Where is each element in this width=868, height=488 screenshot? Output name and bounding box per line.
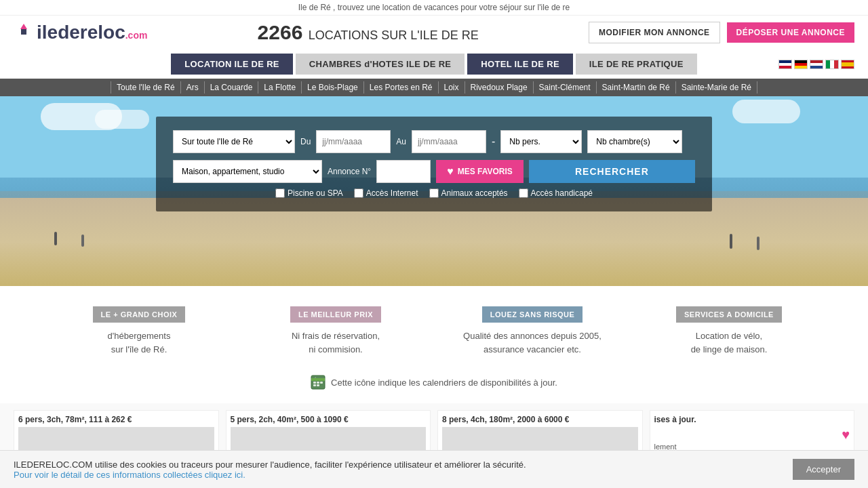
- feature-4: SERVICES A DOMICILE Location de vélo, de…: [631, 306, 827, 356]
- feature-1-badge: LE + GRAND CHOIX: [93, 306, 186, 323]
- feature-2: LE MEILLEUR PRIX Ni frais de réservation…: [237, 306, 434, 356]
- listing-2-title: 5 pers, 2ch, 40m², 500 à 1090 €: [231, 415, 427, 424]
- listing-4-title: ises à jour.: [654, 415, 850, 424]
- annonce-input[interactable]: [376, 160, 431, 183]
- subnav-portes[interactable]: Les Portes en Ré: [364, 81, 439, 94]
- favorite-heart-icon[interactable]: ♥: [842, 427, 850, 442]
- feature-2-text: Ni frais de réservation, ni commision.: [251, 329, 420, 356]
- modifier-button[interactable]: MODIFIER MON ANNONCE: [589, 22, 720, 43]
- date-from-label: Du: [300, 137, 311, 146]
- nav-hotel[interactable]: HOTEL ILE DE RE: [467, 54, 573, 75]
- logo-text: iledereloc.com: [37, 22, 147, 43]
- svg-rect-3: [311, 378, 325, 381]
- search-overlay: Sur toute l'Ile de Ré Du Au - Nb pers. N…: [156, 117, 712, 211]
- svg-rect-5: [317, 382, 319, 384]
- svg-text:✓: ✓: [315, 376, 317, 379]
- subnav-couarde[interactable]: La Couarde: [205, 81, 259, 94]
- commune-select[interactable]: Sur toute l'Ile de Ré: [173, 130, 295, 153]
- feature-1: LE + GRAND CHOIX d'hébergements sur l'îl…: [41, 306, 237, 356]
- subnav-saintclement[interactable]: Saint-Clément: [534, 81, 597, 94]
- cloud-2: [95, 110, 149, 129]
- feature-3: LOUEZ SANS RISQUE Qualité des annonces d…: [434, 306, 631, 356]
- favoris-label: MES FAVORIS: [458, 167, 513, 176]
- type-select[interactable]: Maison, appartement, studio: [173, 160, 322, 183]
- date-from-input[interactable]: [316, 130, 391, 153]
- cookie-bar: ILEDERELOC.COM utilise des cookies ou tr…: [0, 450, 868, 488]
- rooms-select[interactable]: Nb chambre(s): [587, 130, 682, 153]
- svg-rect-1: [21, 29, 26, 35]
- date-separator: -: [492, 136, 495, 148]
- calendar-notice-text: Cette icône indique les calendriers de d…: [331, 378, 557, 388]
- listing-1-title: 6 pers, 3ch, 78m², 111 à 262 €: [18, 415, 214, 424]
- subnav-boisplage[interactable]: Le Bois-Plage: [302, 81, 364, 94]
- feature-2-badge: LE MEILLEUR PRIX: [290, 306, 381, 323]
- checkbox-internet-label[interactable]: Accès Internet: [354, 188, 418, 198]
- listing-3-title: 8 pers, 4ch, 180m², 2000 à 6000 €: [442, 415, 638, 424]
- sub-nav: Toute l'Ile de Ré Ars La Couarde La Flot…: [0, 79, 868, 96]
- persons-select[interactable]: Nb pers.: [500, 130, 582, 153]
- checkbox-handicap[interactable]: [519, 188, 528, 198]
- flag-uk[interactable]: [778, 60, 792, 69]
- subnav-saintmartin[interactable]: Saint-Martin de Ré: [597, 81, 676, 94]
- heart-icon: ♥: [447, 165, 454, 178]
- rechercher-button[interactable]: RECHERCHER: [529, 160, 695, 183]
- person-2: [81, 235, 84, 247]
- subnav-saintemarie[interactable]: Sainte-Marie de Ré: [676, 81, 757, 94]
- svg-marker-0: [20, 24, 27, 29]
- flag-it[interactable]: [825, 60, 839, 69]
- annonce-label: Annonce N°: [328, 167, 371, 176]
- flag-es[interactable]: [841, 60, 854, 69]
- logo[interactable]: iledereloc.com: [14, 22, 147, 43]
- calendar-icon: ✓: [311, 375, 326, 390]
- checkbox-animaux[interactable]: [429, 188, 439, 198]
- nav-pratique[interactable]: ILE DE RE PRATIQUE: [576, 54, 697, 75]
- hero-section: Sur toute l'Ile de Ré Du Au - Nb pers. N…: [0, 96, 868, 286]
- header-count: 2266 LOCATIONS SUR L'ILE DE RE: [258, 21, 479, 44]
- accepter-button[interactable]: Accepter: [793, 459, 854, 480]
- header: iledereloc.com 2266 LOCATIONS SUR L'ILE …: [0, 16, 868, 49]
- checkbox-piscine[interactable]: [275, 188, 285, 198]
- subnav-flotte[interactable]: La Flotte: [258, 81, 302, 94]
- favorite-icon-container: ♥: [654, 427, 850, 443]
- language-flags: [778, 60, 854, 69]
- subnav-ars[interactable]: Ars: [181, 81, 205, 94]
- subnav-rivedoux[interactable]: Rivedoux Plage: [465, 81, 534, 94]
- feature-3-badge: LOUEZ SANS RISQUE: [482, 306, 583, 323]
- search-checkboxes: Piscine ou SPA Accès Internet Animaux ac…: [173, 188, 695, 198]
- subnav-all[interactable]: Toute l'Ile de Ré: [111, 81, 181, 94]
- cookie-detail-link[interactable]: Pour voir le détail de ces informations …: [14, 470, 245, 480]
- date-to-label: Au: [396, 137, 406, 146]
- flag-de[interactable]: [794, 60, 808, 69]
- checkbox-animaux-label[interactable]: Animaux acceptés: [429, 188, 508, 198]
- features-section: LE + GRAND CHOIX d'hébergements sur l'îl…: [0, 286, 868, 369]
- nav-chambres[interactable]: CHAMBRES d'HOTES ILE DE RE: [296, 54, 465, 75]
- top-bar-text: Ile de Ré , trouvez une location de vaca…: [298, 3, 570, 12]
- checkbox-internet[interactable]: [354, 188, 363, 198]
- date-to-input[interactable]: [412, 130, 486, 153]
- favoris-button[interactable]: ♥ MES FAVORIS: [436, 160, 524, 183]
- checkbox-piscine-label[interactable]: Piscine ou SPA: [275, 188, 343, 198]
- feature-4-badge: SERVICES A DOMICILE: [676, 306, 782, 323]
- feature-3-text: Qualité des annonces depuis 2005, assura…: [448, 329, 617, 356]
- person-4: [757, 237, 760, 250]
- calendar-notice: ✓ Cette icône indique les calendriers de…: [0, 369, 868, 403]
- person-3: [730, 234, 732, 249]
- count-label: LOCATIONS SUR L'ILE DE RE: [309, 28, 479, 42]
- main-nav: LOCATION ILE DE RE CHAMBRES d'HOTES ILE …: [0, 49, 868, 79]
- cloud-3: [732, 100, 800, 123]
- search-row-1: Sur toute l'Ile de Ré Du Au - Nb pers. N…: [173, 130, 695, 153]
- checkbox-handicap-label[interactable]: Accès handicapé: [519, 188, 593, 198]
- flag-nl[interactable]: [810, 60, 823, 69]
- search-row-2: Maison, appartement, studio Annonce N° ♥…: [173, 160, 695, 183]
- nav-location[interactable]: LOCATION ILE DE RE: [171, 54, 293, 75]
- svg-rect-4: [313, 382, 316, 384]
- cookie-main-text: ILEDERELOC.COM utilise des cookies ou tr…: [14, 460, 526, 470]
- logo-icon: [14, 22, 34, 43]
- header-actions: MODIFIER MON ANNONCE DÉPOSER UNE ANNONCE: [589, 22, 854, 43]
- person-1: [54, 232, 57, 245]
- subnav-loix[interactable]: Loix: [439, 81, 465, 94]
- svg-rect-8: [317, 384, 319, 386]
- count-number: 2266: [258, 21, 303, 43]
- deposer-button[interactable]: DÉPOSER UNE ANNONCE: [727, 22, 854, 43]
- cookie-text: ILEDERELOC.COM utilise des cookies ou tr…: [14, 460, 779, 480]
